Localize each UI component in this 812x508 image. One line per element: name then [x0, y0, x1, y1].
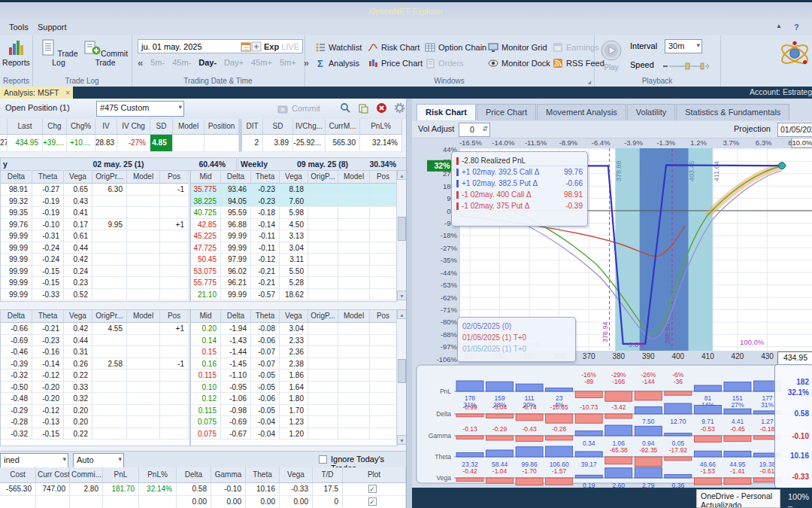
window-item-watchlist[interactable]: Watchlist: [315, 42, 368, 53]
table-row[interactable]: -0.39-0.140.262.58-1: [1, 358, 189, 370]
column-header[interactable]: Vega: [64, 171, 92, 184]
nav-5m+[interactable]: 5m+: [280, 58, 296, 67]
interval-dropdown[interactable]: 30m▾: [665, 39, 702, 53]
table-row[interactable]: -0.48-0.200.32: [1, 393, 189, 405]
column-header[interactable]: Theta: [251, 171, 280, 184]
ignore-trades-checkbox[interactable]: [319, 455, 327, 464]
table-row[interactable]: 40.72595.59-0.185.98: [191, 207, 397, 219]
table-row[interactable]: 0.115-0.98-0.051.70: [191, 405, 397, 417]
table-row[interactable]: 99.99-0.150.24: [1, 266, 189, 278]
tab-statistics-fundamentals[interactable]: Statistics & Fundamentals: [676, 104, 789, 120]
gear-icon[interactable]: [394, 102, 406, 114]
window-item-risk-chart[interactable]: Risk Chart: [368, 42, 425, 53]
column-header[interactable]: Model: [127, 310, 160, 323]
menu-tools[interactable]: Tools: [5, 22, 33, 32]
help-icon[interactable]: ?: [789, 22, 804, 32]
close-tab-icon[interactable]: ×: [65, 89, 70, 97]
table-row[interactable]: 0.075-0.67-0.041.20: [191, 428, 397, 440]
table-row[interactable]: 99.99-0.310.61: [1, 230, 189, 242]
column-header[interactable]: Pos: [370, 171, 397, 184]
scrollbar[interactable]: ▲▼: [396, 170, 406, 300]
table-row[interactable]: 0.115-1.10-0.051.86: [191, 370, 397, 382]
quote-value-row[interactable]: 27434.95+39....+10....28.83-27%4.8523.89…: [0, 135, 406, 152]
table-row[interactable]: 99.99-0.150.23: [1, 277, 189, 289]
menu-support[interactable]: Support: [33, 22, 71, 32]
column-header[interactable]: Mid: [191, 310, 221, 323]
tab-price-chart[interactable]: Price Chart: [477, 104, 536, 120]
scrollbar[interactable]: ▲▼: [396, 309, 406, 445]
table-row[interactable]: -0.46-0.160.31: [1, 346, 189, 358]
column-header[interactable]: Theta: [251, 310, 280, 323]
table-row[interactable]: -0.29-0.120.20: [1, 405, 189, 417]
column-header[interactable]: Theta: [32, 171, 64, 184]
column-header[interactable]: Delta: [1, 310, 32, 323]
column-header[interactable]: Model: [338, 171, 370, 184]
scroll-up-icon[interactable]: ▲: [397, 170, 406, 180]
button-commit-trade[interactable]: Commit Trade: [82, 38, 129, 75]
window-item-monitor-dock[interactable]: Monitor Dock: [488, 58, 553, 68]
scroll-thumb[interactable]: [398, 217, 406, 241]
plot-checkbox[interactable]: ✓: [368, 485, 377, 493]
tab-volatility[interactable]: Volatility: [627, 104, 675, 120]
table-row[interactable]: -0.32-0.120.22: [1, 370, 189, 382]
table-row[interactable]: 45.22599.99-0.113.13: [191, 230, 397, 242]
projection-date-field[interactable]: 01/05/2025: [777, 123, 812, 137]
combined-dropdown[interactable]: ined▾: [0, 453, 68, 468]
table-row[interactable]: 99.99-0.240.42: [1, 254, 189, 266]
table-row[interactable]: 50.4597.99-0.123.11: [191, 254, 397, 266]
nav-prev-icon[interactable]: «: [138, 57, 143, 68]
table-row[interactable]: 0.14-1.43-0.062.33: [191, 335, 397, 347]
table-row[interactable]: -0.32-0.150.22: [1, 428, 189, 440]
table-row[interactable]: 98.91-0.270.656.30-1: [1, 184, 189, 196]
table-row[interactable]: 99.32-0.190.43: [1, 196, 189, 208]
windows-group-expand-icon[interactable]: ◢: [587, 79, 591, 84]
trading-date-field[interactable]: ju. 01 may. 2025ExpLIVE: [138, 39, 303, 53]
play-button[interactable]: Play: [597, 40, 626, 75]
table-row[interactable]: 99.76-0.100.179.95+1: [1, 219, 189, 231]
tab-risk-chart[interactable]: Risk Chart: [417, 104, 476, 120]
table-row[interactable]: 0.15-1.44-0.072.36: [191, 346, 397, 358]
window-item-monitor-grid[interactable]: Monitor Grid: [488, 42, 553, 53]
scroll-thumb[interactable]: [398, 359, 406, 383]
table-row[interactable]: 0.075-0.69-0.041.23: [191, 416, 397, 428]
table-row[interactable]: 35.77593.46-0.238.18: [191, 184, 397, 196]
table-row[interactable]: 53.07596.02-0.215.50: [191, 266, 397, 278]
table-row[interactable]: 0.20-1.94-0.083.04: [191, 323, 397, 335]
column-header[interactable]: Delta: [1, 171, 32, 184]
table-row[interactable]: 0.10-0.95-0.051.64: [191, 382, 397, 394]
column-header[interactable]: Vega: [280, 310, 308, 323]
window-item-option-chain[interactable]: Option Chain: [425, 42, 488, 53]
tab-movement-analysis[interactable]: Movement Analysis: [537, 104, 626, 120]
column-header[interactable]: Pos: [160, 171, 189, 184]
speed-slider[interactable]: [663, 60, 710, 69]
column-header[interactable]: Pos: [370, 310, 397, 323]
export-icon[interactable]: [358, 102, 370, 114]
scroll-up-icon[interactable]: ▲: [397, 309, 406, 319]
column-header[interactable]: Model: [338, 310, 370, 323]
table-row[interactable]: 99.99-0.240.44: [1, 242, 189, 254]
table-row[interactable]: -0.69-0.230.44: [1, 335, 189, 347]
scroll-down-icon[interactable]: ▼: [397, 291, 406, 300]
collapse-ribbon-icon[interactable]: ▲: [771, 22, 786, 30]
table-row[interactable]: 55.77596.21-0.215.28: [191, 277, 397, 289]
zoom-out-icon[interactable]: –: [788, 501, 792, 508]
column-header[interactable]: OrigPr...: [92, 171, 127, 184]
column-header[interactable]: Delta: [221, 171, 251, 184]
nav-5m-[interactable]: 5m-: [150, 58, 165, 67]
table-row[interactable]: 38.22594.05-0.237.60: [191, 196, 397, 208]
tab-analysis-msft[interactable]: Analysis: MSFT ×: [0, 87, 73, 99]
nav-day-[interactable]: Day-: [198, 58, 217, 67]
nav-day+[interactable]: Day+: [224, 58, 244, 67]
column-header[interactable]: Theta: [32, 310, 64, 323]
column-header[interactable]: Delta: [221, 310, 251, 323]
search-icon[interactable]: [340, 102, 352, 114]
column-header[interactable]: Mid: [191, 171, 221, 184]
table-row[interactable]: 0.16-1.45-0.072.38: [191, 358, 397, 370]
button-trade-log[interactable]: Trade Log: [35, 38, 82, 75]
table-row[interactable]: 21.1099.99-0.5718.62: [191, 289, 397, 301]
column-header[interactable]: OrigPr...: [92, 310, 127, 323]
table-row[interactable]: 0.12-1.06-0.061.80: [191, 393, 397, 405]
column-header[interactable]: Vega: [280, 171, 308, 184]
vol-adjust-spinner[interactable]: 0⇵: [459, 123, 490, 137]
strategy-dropdown[interactable]: #475 Custom▾: [96, 101, 184, 117]
